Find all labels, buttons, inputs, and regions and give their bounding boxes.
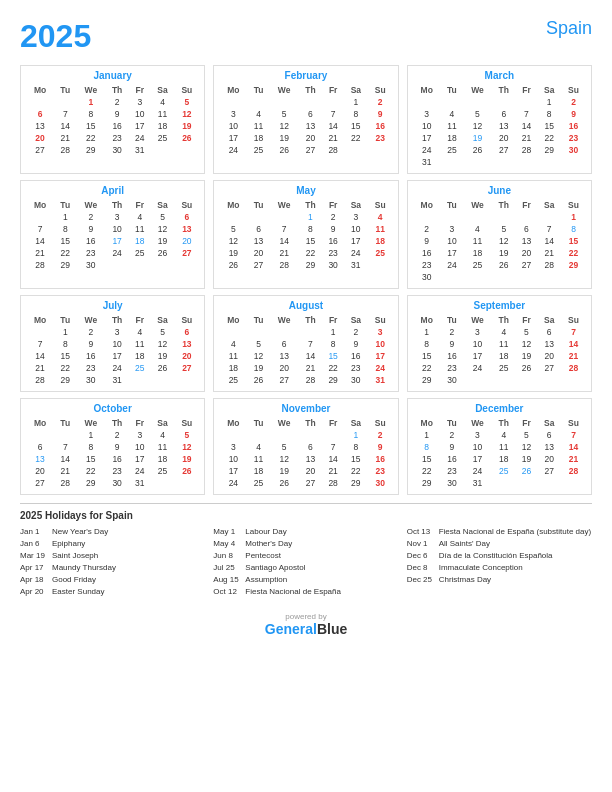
day-header: Tu <box>441 314 463 326</box>
calendar-day: 20 <box>516 247 538 259</box>
calendar-day: 10 <box>129 108 151 120</box>
calendar-day <box>151 374 175 386</box>
day-header: Mo <box>219 314 247 326</box>
day-header: Mo <box>219 417 247 429</box>
calendar-day: 19 <box>463 132 492 144</box>
day-header: Mo <box>26 314 54 326</box>
day-header: Fr <box>129 417 151 429</box>
calendar-day: 25 <box>492 362 516 374</box>
holiday-item: May 4Mother's Day <box>213 538 398 550</box>
calendar-day: 14 <box>322 453 344 465</box>
calendar-day: 4 <box>151 96 175 108</box>
calendar-day: 27 <box>516 259 538 271</box>
day-header: Mo <box>26 84 54 96</box>
calendar-day <box>537 477 561 489</box>
holiday-item: Dec 25Christmas Day <box>407 574 592 586</box>
holiday-date: Aug 15 <box>213 574 241 586</box>
calendar-day: 22 <box>537 132 561 144</box>
calendar-day: 16 <box>413 247 441 259</box>
day-header: We <box>76 314 105 326</box>
day-header: Mo <box>219 84 247 96</box>
calendar-day <box>492 271 516 283</box>
calendar-day <box>463 374 492 386</box>
holiday-name: Immaculate Conception <box>439 562 523 574</box>
calendar-day: 4 <box>129 211 151 223</box>
calendar-day: 26 <box>516 465 538 477</box>
calendar-day <box>516 211 538 223</box>
day-header: Th <box>299 84 323 96</box>
calendar-day <box>151 259 175 271</box>
calendar-day: 1 <box>561 211 586 223</box>
calendar-table: MoTuWeThFrSaSu12345678910111213141516171… <box>413 314 586 386</box>
calendar-day: 24 <box>463 362 492 374</box>
calendar-day: 15 <box>413 350 441 362</box>
calendar-day: 12 <box>516 441 538 453</box>
day-header: We <box>463 84 492 96</box>
calendar-day <box>26 96 54 108</box>
calendar-day: 12 <box>492 235 516 247</box>
holiday-column: May 1Labour DayMay 4Mother's DayJun 8Pen… <box>213 526 398 598</box>
calendar-table: MoTuWeThFrSaSu 1234567891011121314151617… <box>219 417 392 489</box>
calendar-day <box>270 429 299 441</box>
calendar-day: 8 <box>561 223 586 235</box>
day-header: We <box>463 199 492 211</box>
holiday-name: New Year's Day <box>52 526 108 538</box>
holiday-name: All Saints' Day <box>439 538 490 550</box>
calendar-day: 22 <box>322 362 344 374</box>
calendar-day: 17 <box>219 465 247 477</box>
calendars-grid: JanuaryMoTuWeThFrSaSu 123456789101112131… <box>20 65 592 495</box>
calendar-day: 2 <box>322 211 344 223</box>
calendar-day: 9 <box>105 441 129 453</box>
month-title: January <box>26 70 199 81</box>
calendar-day: 29 <box>76 477 105 489</box>
page: 2025 Spain JanuaryMoTuWeThFrSaSu 1234567… <box>0 0 612 792</box>
calendar-day: 4 <box>368 211 393 223</box>
calendar-day: 7 <box>561 429 586 441</box>
calendar-day: 13 <box>26 120 54 132</box>
day-header: Mo <box>26 417 54 429</box>
calendar-day: 6 <box>516 223 538 235</box>
day-header: Mo <box>413 314 441 326</box>
calendar-day: 22 <box>413 465 441 477</box>
calendar-day: 14 <box>299 350 323 362</box>
calendar-day: 16 <box>441 453 463 465</box>
calendar-day: 20 <box>174 235 199 247</box>
calendar-day: 17 <box>129 453 151 465</box>
calendar-day: 1 <box>76 96 105 108</box>
calendar-day <box>54 96 76 108</box>
calendar-day: 31 <box>463 477 492 489</box>
calendar-day <box>492 374 516 386</box>
day-header: Tu <box>247 417 269 429</box>
calendar-day: 23 <box>76 247 105 259</box>
month-title: February <box>219 70 392 81</box>
calendar-day: 21 <box>270 247 299 259</box>
holiday-date: Dec 6 <box>407 550 435 562</box>
day-header: Tu <box>54 314 76 326</box>
calendar-day: 27 <box>492 144 516 156</box>
day-header: Su <box>561 199 586 211</box>
calendar-day: 19 <box>270 465 299 477</box>
calendar-day <box>537 271 561 283</box>
calendar-day: 14 <box>54 453 76 465</box>
calendar-table: MoTuWeThFrSaSu 1234567891011121314151617… <box>219 84 392 156</box>
calendar-day: 3 <box>344 211 368 223</box>
holiday-name: Día de la Constitución Española <box>439 550 553 562</box>
calendar-day: 26 <box>151 362 175 374</box>
calendar-day: 12 <box>247 350 269 362</box>
day-header: Fr <box>516 199 538 211</box>
calendar-day: 6 <box>537 326 561 338</box>
calendar-day: 27 <box>299 477 323 489</box>
calendar-day: 10 <box>219 453 247 465</box>
calendar-day <box>219 326 247 338</box>
calendar-day: 17 <box>105 235 129 247</box>
month-title: March <box>413 70 586 81</box>
holiday-date: Mar 19 <box>20 550 48 562</box>
day-header: Su <box>368 199 393 211</box>
calendar-day: 30 <box>561 144 586 156</box>
holiday-name: Pentecost <box>245 550 281 562</box>
calendar-day: 3 <box>219 108 247 120</box>
calendar-day: 17 <box>463 350 492 362</box>
calendar-day: 23 <box>344 362 368 374</box>
calendar-day: 23 <box>441 465 463 477</box>
calendar-day: 1 <box>54 326 76 338</box>
